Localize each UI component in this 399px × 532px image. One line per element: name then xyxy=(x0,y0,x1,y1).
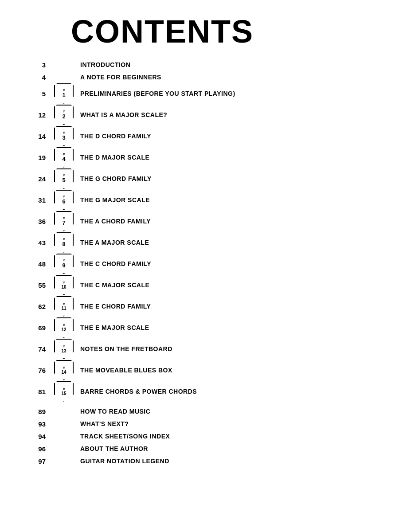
badge-cell: # 5 xyxy=(51,168,77,189)
page-number: 3 xyxy=(27,61,51,69)
toc-item-label: NOTES ON THE FRETBOARD xyxy=(80,345,172,352)
toc-item-label: THE E MAJOR SCALE xyxy=(80,324,149,331)
page-number: 12 xyxy=(27,111,51,119)
toc-item-label: INTRODUCTION xyxy=(80,61,130,68)
toc-numbered-item: 48 # 9 THE C CHORD FAMILY xyxy=(27,254,372,274)
page-number: 43 xyxy=(27,239,51,246)
toc-item-label: THE A MAJOR SCALE xyxy=(80,239,149,246)
page-number: 74 xyxy=(27,345,51,353)
page-number: 89 xyxy=(27,408,51,415)
toc-simple-beginners: 4 A NOTE FOR BEGINNERS xyxy=(27,71,372,83)
toc-numbered-item: 12 # 2 WHAT IS A MAJOR SCALE? xyxy=(27,105,372,125)
page-number: 76 xyxy=(27,367,51,374)
toc-bottom-item: 96 ABOUT THE AUTHOR xyxy=(27,442,372,455)
badge-cell: # 6 xyxy=(51,190,77,210)
toc-bottom-item: 93 WHAT'S NEXT? xyxy=(27,418,372,430)
shield-badge: # 14 xyxy=(54,360,74,380)
toc-numbered-item: 43 # 8 THE A MAJOR SCALE xyxy=(27,232,372,253)
badge-cell: # 3 xyxy=(51,126,77,146)
toc-item-label: THE E CHORD FAMILY xyxy=(80,303,151,310)
badge-cell: # 11 xyxy=(51,296,77,317)
toc-item-label: GUITAR NOTATION LEGEND xyxy=(80,458,169,465)
badge-cell: # 15 xyxy=(51,381,77,402)
toc-list: 3 INTRODUCTION 4 A NOTE FOR BEGINNERS 5 … xyxy=(27,59,372,467)
page-number: 97 xyxy=(27,458,51,465)
badge-cell: # 10 xyxy=(51,275,77,295)
toc-numbered-item: 31 # 6 THE G MAJOR SCALE xyxy=(27,190,372,210)
toc-numbered-item: 81 # 15 BARRE CHORDS & POWER CHORDS xyxy=(27,381,372,402)
toc-numbered-item: 76 # 14 THE MOVEABLE BLUES BOX xyxy=(27,360,372,380)
shield-badge: # 6 xyxy=(54,190,74,210)
badge-number: 6 xyxy=(62,199,65,205)
badge-number: 2 xyxy=(62,113,65,120)
page-number: 5 xyxy=(27,90,51,98)
badge-cell: # 12 xyxy=(51,317,77,338)
toc-item-label: A NOTE FOR BEGINNERS xyxy=(80,74,161,81)
toc-item-label: PRELIMINARIES (BEFORE YOU START PLAYING) xyxy=(80,90,235,97)
toc-item-label: THE D CHORD FAMILY xyxy=(80,133,151,140)
shield-badge: # 10 xyxy=(54,275,74,295)
toc-numbered-item: 62 # 11 THE E CHORD FAMILY xyxy=(27,296,372,317)
badge-number: 15 xyxy=(61,391,66,396)
page-number: 69 xyxy=(27,324,51,332)
toc-numbered-item: 24 # 5 THE G CHORD FAMILY xyxy=(27,168,372,189)
toc-bottom-item: 89 HOW TO READ MUSIC xyxy=(27,405,372,418)
badge-cell: # 4 xyxy=(51,147,77,168)
toc-item-label: THE MOVEABLE BLUES BOX xyxy=(80,367,172,374)
toc-numbered-item: 55 # 10 THE C MAJOR SCALE xyxy=(27,275,372,295)
toc-item-label: WHAT'S NEXT? xyxy=(80,420,129,427)
badge-number: 12 xyxy=(61,327,66,332)
toc-numbered-item: 5 # 1 PRELIMINARIES (BEFORE YOU START PL… xyxy=(27,83,372,104)
toc-item-label: THE A CHORD FAMILY xyxy=(80,218,151,225)
badge-number: 7 xyxy=(62,220,65,226)
badge-cell: # 7 xyxy=(51,211,77,231)
shield-badge: # 1 xyxy=(54,83,74,104)
toc-bottom-item: 94 TRACK SHEET/SONG INDEX xyxy=(27,430,372,442)
badge-number: 4 xyxy=(62,156,65,162)
toc-bottom-item: 97 GUITAR NOTATION LEGEND xyxy=(27,455,372,467)
shield-badge: # 11 xyxy=(54,296,74,317)
badge-cell: # 8 xyxy=(51,232,77,253)
page-number: 55 xyxy=(27,282,51,289)
toc-item-label: BARRE CHORDS & POWER CHORDS xyxy=(80,388,197,395)
page-number: 24 xyxy=(27,175,51,183)
badge-cell: # 9 xyxy=(51,254,77,274)
toc-item-label: THE G CHORD FAMILY xyxy=(80,175,152,182)
toc-numbered-item: 74 # 13 NOTES ON THE FRETBOARD xyxy=(27,339,372,359)
shield-badge: # 9 xyxy=(54,254,74,274)
badge-cell: # 14 xyxy=(51,360,77,380)
shield-badge: # 2 xyxy=(54,105,74,125)
page-number: 62 xyxy=(27,303,51,310)
toc-numbered-item: 19 # 4 THE D MAJOR SCALE xyxy=(27,147,372,168)
toc-item-label: TRACK SHEET/SONG INDEX xyxy=(80,433,170,440)
page-number: 4 xyxy=(27,74,51,81)
page-number: 14 xyxy=(27,133,51,140)
shield-badge: # 13 xyxy=(54,339,74,359)
page-number: 81 xyxy=(27,388,51,395)
toc-numbered-item: 36 # 7 THE A CHORD FAMILY xyxy=(27,211,372,231)
toc-item-label: WHAT IS A MAJOR SCALE? xyxy=(80,111,167,118)
badge-number: 3 xyxy=(62,135,65,141)
toc-numbered-item: 14 # 3 THE D CHORD FAMILY xyxy=(27,126,372,146)
shield-badge: # 4 xyxy=(54,147,74,168)
shield-badge: # 7 xyxy=(54,211,74,231)
shield-badge: # 12 xyxy=(54,317,74,338)
page-number: 31 xyxy=(27,196,51,204)
toc-numbered-item: 69 # 12 THE E MAJOR SCALE xyxy=(27,317,372,338)
badge-number: 11 xyxy=(61,306,66,311)
page-number: 96 xyxy=(27,445,51,453)
toc-item-label: HOW TO READ MUSIC xyxy=(80,408,150,415)
badge-cell: # 2 xyxy=(51,105,77,125)
page-title: CONTENTS xyxy=(71,13,372,50)
badge-number: 8 xyxy=(62,241,65,247)
toc-item-label: ABOUT THE AUTHOR xyxy=(80,445,148,452)
toc-simple-intro: 3 INTRODUCTION xyxy=(27,59,372,71)
badge-number: 14 xyxy=(61,370,66,375)
badge-cell: # 1 xyxy=(51,83,77,104)
shield-badge: # 15 xyxy=(54,381,74,402)
badge-cell: # 13 xyxy=(51,339,77,359)
toc-item-label: THE G MAJOR SCALE xyxy=(80,196,150,203)
shield-badge: # 5 xyxy=(54,168,74,189)
badge-number: 5 xyxy=(62,177,65,184)
toc-item-label: THE C CHORD FAMILY xyxy=(80,260,151,267)
